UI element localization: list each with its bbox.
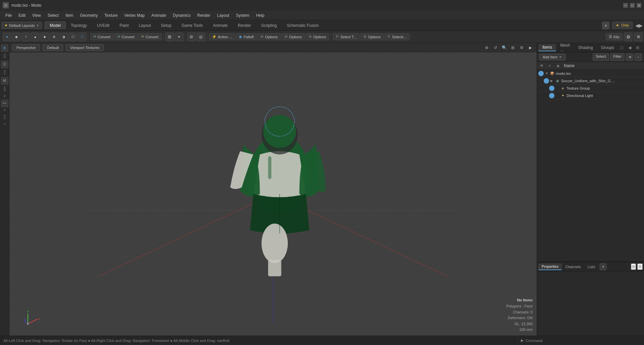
- menu-view[interactable]: View: [29, 12, 44, 19]
- tab-groups[interactable]: Groups: [597, 44, 618, 51]
- tab-shading[interactable]: Shading: [574, 44, 597, 51]
- filter-icon[interactable]: ◈: [554, 63, 561, 68]
- maximize-button[interactable]: □: [630, 3, 635, 8]
- vp-tab-default[interactable]: Default: [43, 44, 63, 51]
- menu-dynamics[interactable]: Dynamics: [169, 12, 194, 19]
- panel-collapse-btn[interactable]: ◀: [626, 44, 633, 51]
- select-mode-btn[interactable]: ●: [3, 33, 11, 41]
- tab-mesh[interactable]: Mesh ...: [556, 42, 574, 53]
- props-settings-btn[interactable]: ⚙: [637, 263, 643, 270]
- convert-btn-1[interactable]: ⟳ Convert: [90, 33, 114, 40]
- wireframe-btn[interactable]: ☐: [68, 33, 77, 41]
- only-button[interactable]: ★ Only: [612, 22, 633, 29]
- select-t-btn[interactable]: ⚐ Select T...: [333, 33, 360, 40]
- menu-help[interactable]: Help: [253, 12, 268, 19]
- select-btn[interactable]: Select: [593, 53, 609, 61]
- menu-system[interactable]: System: [232, 12, 253, 19]
- convert-btn-3[interactable]: ⟳ Convert: [138, 33, 162, 40]
- menu-texture[interactable]: Texture: [101, 12, 121, 19]
- menu-select[interactable]: Select: [44, 12, 62, 19]
- tab-properties[interactable]: Properties: [538, 263, 562, 270]
- menu-render[interactable]: Render: [194, 12, 214, 19]
- tab-schematic-fusion[interactable]: Schematic Fusion: [282, 21, 324, 29]
- vp-frame-btn[interactable]: ⊞: [509, 44, 517, 51]
- symmetry-icon-btn[interactable]: ⊘: [187, 33, 196, 41]
- vp-crosshair-btn[interactable]: ⊕: [483, 44, 490, 51]
- center-icon-btn[interactable]: ◎: [197, 33, 205, 41]
- tab-scripting[interactable]: Scripting: [256, 21, 282, 29]
- add-tab-button[interactable]: +: [602, 22, 609, 29]
- panel-expand-btn[interactable]: ⬡: [618, 44, 625, 51]
- expand-root-icon[interactable]: ▼: [545, 71, 550, 75]
- item-visibility-light[interactable]: [549, 93, 554, 98]
- tab-game-tools[interactable]: Game Tools: [176, 21, 208, 29]
- snap-dropdown-btn[interactable]: ▼: [175, 33, 183, 41]
- falloff-btn[interactable]: ◉ Falloff: [236, 33, 257, 40]
- tab-items[interactable]: Items: [538, 44, 556, 51]
- options-btn-4[interactable]: ⚙ Options: [360, 33, 384, 40]
- vp-tab-perspective[interactable]: Perspective: [12, 44, 40, 51]
- vp-settings-btn[interactable]: ⚙: [518, 44, 525, 51]
- list-item[interactable]: ▶ ◈ Texture Group: [537, 85, 644, 92]
- action-btn[interactable]: ⚡ Action ...: [209, 33, 235, 40]
- item-mode-btn[interactable]: ■: [40, 33, 49, 41]
- menu-vertex-map[interactable]: Vertex Map: [121, 12, 148, 19]
- add-item-button[interactable]: Add Item ▼: [539, 54, 566, 60]
- item-visibility-texture[interactable]: [549, 86, 554, 91]
- options-btn-2[interactable]: ⚙ Options: [281, 33, 305, 40]
- tab-layout[interactable]: Layout: [134, 21, 156, 29]
- filter-btn[interactable]: Filter: [610, 53, 625, 61]
- item-visibility-root[interactable]: [538, 71, 544, 76]
- poly-mode-btn[interactable]: ▲: [31, 33, 40, 41]
- tab-topology[interactable]: Topology: [66, 21, 92, 29]
- settings-icon-btn[interactable]: ⚙: [624, 33, 633, 41]
- list-item[interactable]: ▼ 📦 modo.lxo: [537, 70, 644, 77]
- pivot-mode-btn[interactable]: ⊕: [50, 33, 58, 41]
- panel-settings-btn[interactable]: ⚙: [642, 44, 644, 51]
- menu-item[interactable]: Item: [62, 12, 76, 19]
- collapse-icon[interactable]: ◀: [626, 53, 633, 61]
- expand-icon-btn-2[interactable]: +: [635, 53, 642, 61]
- item-visibility-soccer[interactable]: [544, 78, 549, 84]
- props-expand-btn[interactable]: ⊞: [631, 263, 636, 270]
- tab-setup[interactable]: Setup: [156, 21, 176, 29]
- menu-file[interactable]: File: [2, 12, 15, 19]
- vp-refresh-btn[interactable]: ↺: [492, 44, 499, 51]
- sidebar-tool-1[interactable]: B: [1, 44, 8, 52]
- vp-search-btn[interactable]: 🔍: [500, 44, 508, 51]
- close-button[interactable]: ✕: [637, 3, 641, 8]
- menu-edit[interactable]: Edit: [15, 12, 29, 19]
- tab-render[interactable]: Render: [233, 21, 256, 29]
- sidebar-tool-3[interactable]: M: [1, 77, 8, 85]
- expand-icon-btn[interactable]: ⊞: [634, 33, 643, 41]
- command-input[interactable]: [545, 339, 641, 343]
- expand-tabs-icon[interactable]: ◀▶: [635, 23, 643, 28]
- visibility-toggle[interactable]: 👁: [538, 63, 545, 68]
- tab-animate[interactable]: Animate: [208, 21, 233, 29]
- menu-animate[interactable]: Animate: [148, 12, 169, 19]
- tab-model[interactable]: Model: [45, 21, 66, 29]
- panel-float-btn[interactable]: ⊞: [634, 44, 641, 51]
- symmetry-btn[interactable]: ◑: [59, 33, 68, 41]
- menu-geometry[interactable]: Geometry: [77, 12, 101, 19]
- expand-soccer-icon[interactable]: ▶: [550, 79, 555, 83]
- tab-paint[interactable]: Paint: [114, 21, 133, 29]
- edge-mode-btn[interactable]: ⌇: [21, 33, 30, 41]
- viewport[interactable]: Perspective Default Viewport Textures ⊕ …: [9, 43, 537, 336]
- convert-btn-2[interactable]: ⟳ Convert: [114, 33, 138, 40]
- tab-uvedit[interactable]: UVEdit: [92, 21, 114, 29]
- vp-tab-viewport-textures[interactable]: Viewport Textures: [66, 44, 104, 51]
- snap-btn[interactable]: ⊞: [165, 33, 174, 41]
- options-btn-3[interactable]: ⚙ Options: [306, 33, 329, 40]
- tab-channels[interactable]: Channels: [562, 264, 584, 270]
- vertex-mode-btn[interactable]: ◆: [12, 33, 21, 41]
- kits-btn[interactable]: ☰ Kits: [606, 33, 623, 40]
- menu-layout[interactable]: Layout: [214, 12, 232, 19]
- minimize-button[interactable]: ─: [623, 3, 628, 8]
- sidebar-tool-4[interactable]: Po: [1, 100, 8, 107]
- list-item[interactable]: ▶ ✦ Directional Light: [537, 92, 644, 99]
- layout-dropdown[interactable]: ★ Default Layouts ▼: [1, 22, 42, 29]
- selecti-btn[interactable]: ⚐ Selecti...: [384, 33, 409, 40]
- add-item-small-btn[interactable]: +: [546, 63, 553, 68]
- sidebar-tool-2[interactable]: D: [1, 61, 8, 68]
